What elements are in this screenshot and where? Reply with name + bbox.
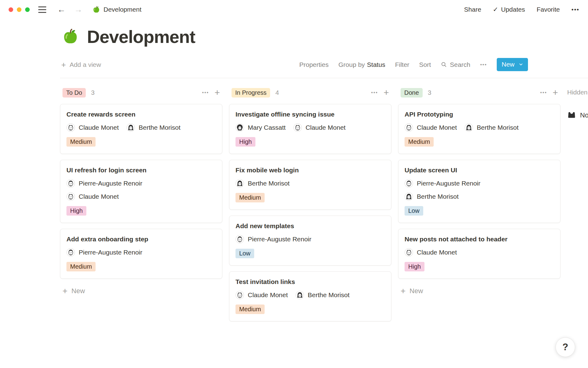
man2-avatar-icon <box>66 179 75 188</box>
new-button[interactable]: New <box>497 58 528 71</box>
assignee: Berthe Morisot <box>296 291 350 299</box>
add-view-button[interactable]: + Add a view <box>61 61 101 69</box>
assignee: Berthe Morisot <box>236 179 290 188</box>
assignee-name: Berthe Morisot <box>248 180 290 187</box>
minimize-window-button[interactable] <box>17 7 21 12</box>
assignee-name: Pierre-Auguste Renoir <box>79 249 142 256</box>
column-new-button[interactable]: +New <box>60 287 222 295</box>
man1-avatar-icon <box>405 123 413 132</box>
man2-avatar-icon <box>66 248 75 257</box>
priority-tag: Medium <box>66 262 96 271</box>
apple-page-icon-large[interactable] <box>61 28 80 46</box>
filter-button[interactable]: Filter <box>395 61 409 68</box>
woman1-avatar-icon <box>126 123 135 132</box>
search-icon <box>441 61 447 68</box>
priority-tag: Medium <box>236 193 265 202</box>
assignee-name: Pierre-Auguste Renoir <box>79 180 142 187</box>
chevron-down-icon <box>518 62 523 67</box>
man1-avatar-icon <box>405 248 413 257</box>
assignee: Pierre-Auguste Renoir <box>405 179 554 188</box>
card-assignees: Berthe Morisot <box>236 179 385 188</box>
card-title: Test invitation links <box>236 278 385 286</box>
column-status-badge[interactable]: In Progress <box>232 88 270 98</box>
column-add-icon[interactable]: + <box>552 88 558 97</box>
hidden-columns-label[interactable]: Hidden columns <box>567 89 588 96</box>
column-count: 4 <box>275 89 279 96</box>
kanban-board: To Do3•••+Create rewards screenClaude Mo… <box>60 87 588 321</box>
column-more-icon[interactable]: ••• <box>540 90 547 95</box>
help-button[interactable]: ? <box>556 337 575 357</box>
card-list: Create rewards screenClaude MonetBerthe … <box>60 104 222 279</box>
column-more-icon[interactable]: ••• <box>202 90 209 95</box>
assignee: Claude Monet <box>236 291 288 299</box>
updates-label: Updates <box>501 6 525 13</box>
assignee-name: Claude Monet <box>417 249 457 256</box>
kanban-card[interactable]: UI refresh for login screenPierre-August… <box>60 160 222 223</box>
breadcrumb[interactable]: Development <box>92 6 141 14</box>
inbox-icon <box>567 111 576 120</box>
more-options-icon[interactable]: ••• <box>571 6 579 13</box>
search-button[interactable]: Search <box>441 61 470 68</box>
properties-button[interactable]: Properties <box>299 61 329 68</box>
priority-tag: Medium <box>405 137 434 147</box>
kanban-card[interactable]: Fix mobile web loginBerthe MorisotMedium <box>229 160 391 210</box>
zoom-window-button[interactable] <box>25 7 30 12</box>
share-button[interactable]: Share <box>464 6 481 13</box>
card-list: Investigate offline syncing issueMary Ca… <box>229 104 391 321</box>
assignee: Claude Monet <box>66 192 216 201</box>
kanban-card[interactable]: API PrototypingClaude MonetBerthe Moriso… <box>398 104 560 154</box>
priority-tag: High <box>66 206 86 216</box>
column-new-button[interactable]: +New <box>398 287 560 295</box>
card-title: Add extra onboarding step <box>66 236 216 243</box>
board-column-inprogress: In Progress4•••+Investigate offline sync… <box>229 87 391 321</box>
forward-arrow-icon[interactable]: → <box>74 6 82 14</box>
column-more-icon[interactable]: ••• <box>371 90 378 95</box>
priority-tag: High <box>236 137 255 147</box>
card-title: New posts not attached to header <box>405 236 554 243</box>
assignee: Claude Monet <box>293 123 346 132</box>
toolbar-more-icon[interactable]: ••• <box>480 62 487 68</box>
topbar-actions: Share ✓ Updates Favorite ••• <box>464 6 579 13</box>
assignee-name: Claude Monet <box>248 291 288 299</box>
kanban-card[interactable]: Test invitation linksClaude MonetBerthe … <box>229 271 391 321</box>
updates-button[interactable]: ✓ Updates <box>493 6 525 13</box>
kanban-card[interactable]: New posts not attached to headerClaude M… <box>398 229 560 279</box>
assignee-name: Claude Monet <box>417 124 457 131</box>
card-title: Add new templates <box>236 222 385 230</box>
sort-button[interactable]: Sort <box>419 61 431 68</box>
column-status-badge[interactable]: Done <box>401 88 423 98</box>
group-by-label: Group by <box>338 61 365 68</box>
kanban-card[interactable]: Add new templatesPierre-Auguste RenoirLo… <box>229 216 391 266</box>
card-assignees: Pierre-Auguste Renoir <box>66 248 216 257</box>
kanban-card[interactable]: Create rewards screenClaude MonetBerthe … <box>60 104 222 154</box>
page-header: Development <box>61 26 588 47</box>
toolbar-actions: Properties Group by Status Filter Sort S… <box>299 58 528 71</box>
man1-avatar-icon <box>66 192 75 201</box>
view-toolbar: + Add a view Properties Group by Status … <box>61 58 528 71</box>
hidden-group-no-status[interactable]: No Status <box>567 111 588 120</box>
group-by-button[interactable]: Group by Status <box>338 61 385 68</box>
column-add-icon[interactable]: + <box>383 88 389 97</box>
card-assignees: Claude MonetBerthe Morisot <box>66 123 216 132</box>
apple-page-icon <box>92 6 100 14</box>
sidebar-menu-icon[interactable] <box>38 6 46 13</box>
card-list: API PrototypingClaude MonetBerthe Moriso… <box>398 104 560 279</box>
assignee-name: Claude Monet <box>306 124 346 131</box>
favorite-button[interactable]: Favorite <box>537 6 560 13</box>
assignee: Mary Cassatt <box>236 123 286 132</box>
kanban-card[interactable]: Update screen UIPierre-Auguste RenoirBer… <box>398 160 560 223</box>
woman1-avatar-icon <box>465 123 473 132</box>
new-button-label: New <box>502 61 514 68</box>
kanban-card[interactable]: Add extra onboarding stepPierre-Auguste … <box>60 229 222 279</box>
column-count: 3 <box>428 89 432 96</box>
add-view-label: Add a view <box>70 61 101 68</box>
column-status-badge[interactable]: To Do <box>62 88 86 98</box>
card-assignees: Mary CassattClaude Monet <box>236 123 385 132</box>
close-window-button[interactable] <box>9 7 13 12</box>
woman1-avatar-icon <box>405 192 413 201</box>
column-add-icon[interactable]: + <box>214 88 220 97</box>
kanban-card[interactable]: Investigate offline syncing issueMary Ca… <box>229 104 391 154</box>
back-arrow-icon[interactable]: ← <box>57 6 66 14</box>
man2-avatar-icon <box>405 179 413 188</box>
assignee-name: Pierre-Auguste Renoir <box>417 180 481 187</box>
